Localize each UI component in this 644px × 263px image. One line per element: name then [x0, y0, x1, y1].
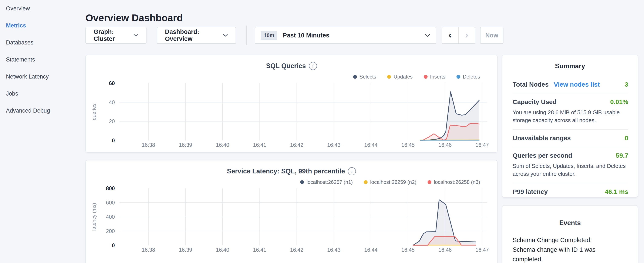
svg-text:16:46: 16:46	[438, 247, 452, 253]
events-title: Events	[502, 205, 638, 227]
svg-text:16:46: 16:46	[438, 142, 452, 148]
events-panel: Events Schema Change Completed: Schema c…	[502, 205, 638, 263]
svg-text:400: 400	[106, 214, 115, 220]
svg-text:60: 60	[109, 80, 115, 86]
svg-text:16:43: 16:43	[327, 247, 340, 253]
svg-text:16:45: 16:45	[402, 247, 415, 253]
time-step-back-button[interactable]: ‹	[442, 27, 458, 43]
sidebar-item-overview[interactable]: Overview	[0, 0, 86, 17]
svg-text:0: 0	[112, 137, 115, 143]
summary-panel: Summary Total NodesView nodes list3Capac…	[502, 55, 638, 198]
sidebar-item-databases[interactable]: Databases	[0, 34, 86, 51]
svg-text:16:38: 16:38	[142, 247, 155, 253]
summary-row-description: You are using 28.6 MiB of 515.9 GiB usab…	[512, 109, 628, 124]
summary-row-description: Sum of Selects, Updates, Inserts, and De…	[512, 162, 628, 178]
time-window-badge: 10m	[261, 31, 277, 40]
sidebar-item-network-latency[interactable]: Network Latency	[0, 68, 86, 85]
svg-text:16:43: 16:43	[327, 142, 340, 148]
dashboard-dropdown-label: Dashboard: Overview	[165, 28, 218, 42]
svg-text:40: 40	[109, 99, 115, 105]
summary-row-value: 59.7	[616, 152, 628, 159]
chevron-down-icon	[223, 34, 228, 37]
svg-text:20: 20	[109, 118, 115, 124]
summary-row: Unavailable ranges0	[512, 130, 628, 147]
service-latency-chart-panel: Service Latency: SQL, 99th percentile i …	[86, 160, 498, 263]
summary-row-value: 0	[625, 134, 628, 142]
svg-text:16:47: 16:47	[476, 142, 489, 148]
sidebar-item-advanced-debug[interactable]: Advanced Debug	[0, 102, 86, 119]
summary-row: P99 latency46.1 ms	[512, 183, 628, 200]
dashboard-dropdown[interactable]: Dashboard: Overview	[157, 27, 236, 44]
chevron-down-icon	[134, 34, 138, 37]
svg-text:16:40: 16:40	[216, 247, 230, 253]
time-step-group: ‹ ›	[442, 27, 475, 44]
chevron-down-icon	[425, 34, 430, 37]
svg-text:16:41: 16:41	[253, 142, 266, 148]
summary-row-title: P99 latency	[512, 188, 548, 195]
summary-row-value: 46.1 ms	[605, 188, 628, 195]
page-title: Overview Dashboard	[86, 12, 183, 24]
svg-text:0: 0	[112, 242, 115, 248]
svg-text:16:41: 16:41	[253, 247, 266, 253]
sql-queries-plot[interactable]: 604020016:3816:3916:4016:4116:4216:4316:…	[86, 55, 497, 152]
svg-text:16:42: 16:42	[290, 142, 304, 148]
svg-text:16:39: 16:39	[179, 142, 192, 148]
sidebar-item-jobs[interactable]: Jobs	[0, 85, 86, 102]
toolbar: Graph: Cluster Dashboard: Overview 10m P…	[86, 27, 504, 44]
summary-row-value: 0.01%	[610, 98, 628, 106]
svg-text:16:39: 16:39	[179, 247, 192, 253]
summary-row: Total NodesView nodes list3	[512, 76, 628, 93]
sidebar-item-metrics[interactable]: Metrics	[0, 17, 86, 34]
svg-text:16:38: 16:38	[142, 142, 155, 148]
summary-row-title: Queries per second	[512, 152, 572, 159]
summary-row-value: 3	[625, 81, 628, 88]
svg-text:16:44: 16:44	[364, 247, 378, 253]
svg-text:600: 600	[106, 200, 115, 205]
summary-rows: Total NodesView nodes list3Capacity Used…	[502, 70, 638, 200]
svg-text:800: 800	[106, 185, 115, 191]
svg-text:latency (ms): latency (ms)	[91, 203, 97, 231]
summary-row: Queries per second59.7Sum of Selects, Up…	[512, 147, 628, 183]
sidebar-item-statements[interactable]: Statements	[0, 51, 86, 68]
service-latency-plot[interactable]: 800600400200016:3816:3916:4016:4116:4216…	[86, 160, 497, 263]
summary-row-title: Total Nodes	[512, 81, 548, 88]
graph-dropdown-label: Graph: Cluster	[94, 28, 129, 42]
event-text: Schema Change Completed: Schema change w…	[512, 235, 615, 263]
svg-text:200: 200	[106, 228, 115, 234]
graph-dropdown[interactable]: Graph: Cluster	[86, 27, 146, 44]
event-item: Schema Change Completed: Schema change w…	[502, 227, 638, 263]
time-step-forward-button[interactable]: ›	[458, 27, 475, 43]
now-button[interactable]: Now	[480, 27, 504, 44]
summary-row-title: Unavailable ranges	[512, 134, 571, 142]
svg-text:16:47: 16:47	[476, 247, 489, 253]
svg-text:16:40: 16:40	[216, 142, 230, 148]
svg-text:16:45: 16:45	[402, 142, 415, 148]
sql-queries-chart-panel: SQL Queries i SelectsUpdatesInsertsDelet…	[86, 55, 498, 153]
summary-row-title: Capacity Used	[512, 98, 556, 106]
events-list: Schema Change Completed: Schema change w…	[502, 227, 638, 263]
summary-row: Capacity Used0.01%You are using 28.6 MiB…	[512, 93, 628, 130]
sidebar: OverviewMetricsDatabasesStatementsNetwor…	[0, 0, 86, 119]
view-nodes-list-link[interactable]: View nodes list	[554, 81, 600, 88]
time-window-select[interactable]: 10m Past 10 Minutes	[255, 27, 436, 44]
time-window-label: Past 10 Minutes	[283, 32, 419, 39]
svg-text:16:44: 16:44	[364, 142, 378, 148]
svg-text:16:42: 16:42	[290, 247, 304, 253]
svg-text:queries: queries	[91, 103, 97, 120]
summary-title: Summary	[502, 55, 638, 70]
